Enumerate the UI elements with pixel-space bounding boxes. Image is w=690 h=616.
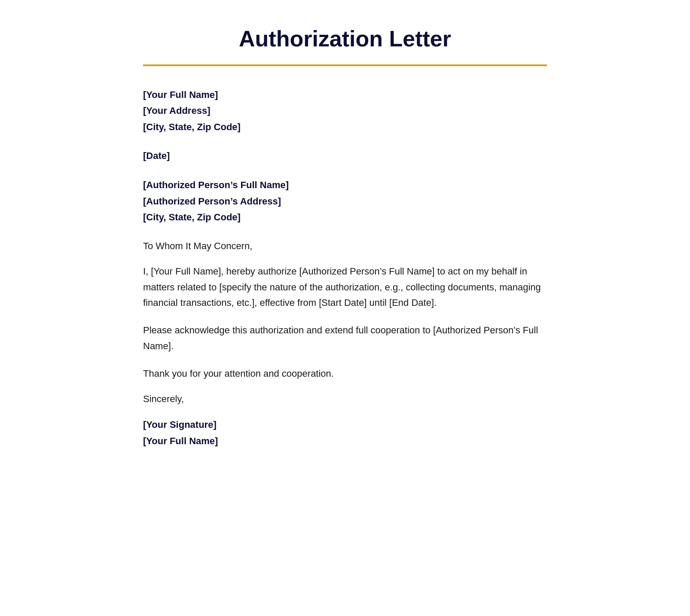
recipient-name: [Authorized Person’s Full Name]: [143, 177, 547, 193]
sender-name: [Your Full Name]: [143, 87, 547, 103]
body-paragraph-2: Please acknowledge this authorization an…: [143, 323, 547, 354]
body-paragraph-1: I, [Your Full Name], hereby authorize [A…: [143, 264, 547, 311]
recipient-info: [Authorized Person’s Full Name] [Authori…: [143, 177, 547, 225]
signature-name: [Your Full Name]: [143, 433, 547, 449]
signature-block: [Your Signature] [Your Full Name]: [143, 417, 547, 449]
date-field: [Date]: [143, 150, 547, 162]
page-container: Authorization Letter [Your Full Name] [Y…: [109, 0, 581, 483]
body-paragraph-3: Thank you for your attention and coopera…: [143, 366, 547, 381]
sender-city-state-zip: [City, State, Zip Code]: [143, 119, 547, 135]
signature-line: [Your Signature]: [143, 417, 547, 433]
closing: Sincerely,: [143, 393, 547, 405]
sender-info: [Your Full Name] [Your Address] [City, S…: [143, 87, 547, 135]
recipient-address: [Authorized Person’s Address]: [143, 193, 547, 209]
salutation: To Whom It May Concern,: [143, 241, 547, 252]
sender-address: [Your Address]: [143, 103, 547, 119]
divider: [143, 64, 547, 66]
recipient-city-state-zip: [City, State, Zip Code]: [143, 209, 547, 225]
page-title: Authorization Letter: [143, 26, 547, 52]
